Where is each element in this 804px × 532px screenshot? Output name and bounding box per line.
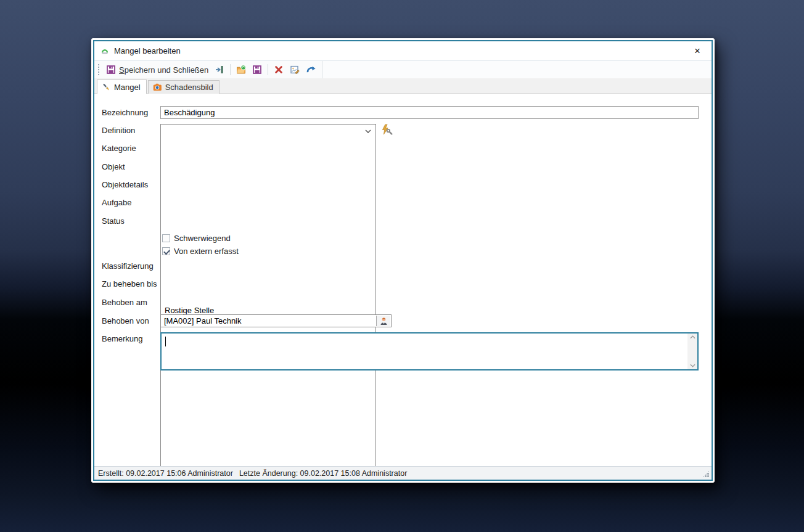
tab-schadensbild[interactable]: Schadensbild — [148, 80, 219, 94]
tab-strip: Mangel Schadensbild — [94, 78, 712, 94]
delete-button[interactable] — [271, 63, 287, 76]
tab-label: Schadensbild — [165, 83, 213, 92]
bemerkung-scrollbar[interactable] — [687, 334, 697, 369]
save-floppy-icon — [106, 65, 116, 75]
window-title: Mangel bearbeiten — [114, 46, 181, 55]
label-status: Status — [102, 215, 125, 227]
scroll-up-icon[interactable] — [690, 335, 695, 339]
label-objekt: Objekt — [102, 160, 125, 173]
delete-x-icon — [274, 65, 284, 75]
chevron-down-icon — [365, 129, 371, 133]
toolbar-grip[interactable] — [97, 64, 100, 75]
dialog-frame: Mangel bearbeiten × Speichern und Schlie… — [93, 40, 713, 481]
von-extern-checkbox-row[interactable]: Von extern erfasst — [162, 247, 239, 256]
resize-grip[interactable] — [702, 470, 710, 478]
exit-door-arrow-icon — [215, 65, 224, 75]
label-behoben-am: Behoben am — [102, 296, 147, 309]
scroll-down-icon[interactable] — [690, 364, 695, 367]
label-kategorie: Kategorie — [102, 142, 136, 155]
schwerwiegend-checkbox[interactable] — [162, 234, 170, 242]
toolbar-separator — [268, 64, 268, 75]
dialog-window: Mangel bearbeiten × Speichern und Schlie… — [91, 38, 715, 483]
behoben-von-field[interactable]: [MA002] Paul Technik — [160, 314, 392, 327]
save-and-exit-button[interactable] — [211, 63, 228, 76]
save-floppy-icon — [252, 65, 262, 75]
definition-combobox[interactable]: Rostige Stelle — [160, 124, 376, 481]
person-icon — [379, 316, 388, 325]
bemerkung-textarea[interactable] — [160, 332, 699, 370]
person-picker-button[interactable] — [376, 316, 390, 326]
label-klassifizierung: Klassifizierung — [102, 260, 154, 272]
save-button[interactable] — [249, 63, 265, 76]
camera-icon — [153, 83, 162, 92]
close-button[interactable]: × — [689, 43, 705, 59]
von-extern-label: Von extern erfasst — [174, 247, 239, 256]
label-behoben-von: Behoben von — [102, 314, 149, 327]
folder-refresh-icon — [236, 65, 246, 75]
text-caret — [165, 337, 166, 346]
app-logo-icon — [100, 46, 110, 56]
behoben-von-value: [MA002] Paul Technik — [164, 316, 242, 325]
save-close-button[interactable]: Speichern und Schließen — [103, 63, 211, 76]
toolbar: Speichern und Schließen — [94, 61, 323, 78]
status-modified: Letzte Änderung: 09.02.2017 15:08 Admini… — [239, 469, 407, 478]
bezeichnung-input[interactable] — [160, 106, 699, 119]
von-extern-checkbox[interactable] — [162, 247, 170, 255]
reload-open-button[interactable] — [233, 63, 249, 76]
title-bar[interactable]: Mangel bearbeiten × — [94, 41, 712, 60]
status-created: Erstellt: 09.02.2017 15:06 Administrator — [98, 469, 233, 478]
quick-tools-icon[interactable] — [380, 124, 393, 136]
save-close-label: Speichern und Schließen — [119, 65, 208, 75]
status-bar: Erstellt: 09.02.2017 15:06 Administrator… — [94, 466, 712, 480]
label-objektdetails: Objektdetails — [102, 178, 148, 191]
brush-icon — [102, 83, 111, 92]
form-panel: Bezeichnung Definition Kategorie Objekt … — [94, 94, 712, 466]
label-bezeichnung: Bezeichnung — [102, 106, 148, 119]
tab-mangel[interactable]: Mangel — [97, 80, 147, 94]
label-zu-beheben-bis: Zu beheben bis — [102, 277, 157, 290]
toolbar-separator — [230, 64, 231, 75]
toolbar-row: Speichern und Schließen — [94, 60, 712, 78]
redo-button[interactable] — [303, 63, 319, 76]
schwerwiegend-checkbox-row[interactable]: Schwerwiegend — [162, 234, 231, 243]
label-bemerkung: Bemerkung — [102, 332, 142, 345]
tab-label: Mangel — [114, 83, 141, 92]
edit-button[interactable] — [287, 63, 303, 76]
label-definition: Definition — [102, 124, 135, 137]
edit-page-pencil-icon — [290, 65, 300, 75]
label-aufgabe: Aufgabe — [102, 196, 131, 209]
definition-value: Rostige Stelle — [165, 306, 214, 315]
redo-arrow-icon — [306, 65, 316, 75]
schwerwiegend-label: Schwerwiegend — [174, 234, 231, 243]
